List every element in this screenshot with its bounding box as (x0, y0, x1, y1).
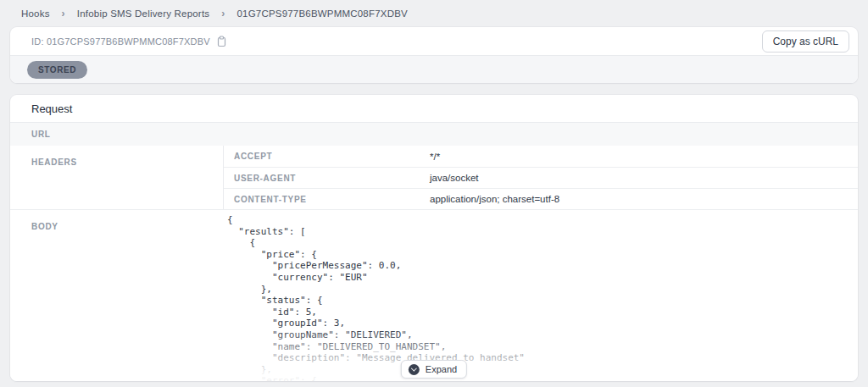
card-gap (0, 83, 868, 95)
headers-label: HEADERS (31, 158, 77, 167)
copy-as-curl-button[interactable]: Copy as cURL (762, 30, 849, 53)
request-card: Request URL HEADERS ACCEPT */* USER-AGEN… (10, 95, 858, 381)
copy-id-icon[interactable] (216, 36, 227, 47)
headers-label-col: HEADERS (10, 146, 223, 209)
request-headers-row: HEADERS ACCEPT */* USER-AGENT java/socke… (10, 146, 858, 209)
status-badge: STORED (27, 61, 87, 79)
url-label: URL (31, 130, 51, 139)
expand-body-button[interactable]: Expand (401, 360, 467, 379)
header-value: */* (430, 152, 440, 162)
chevron-right-icon: › (221, 7, 225, 19)
breadcrumb: Hooks › Infobip SMS Delivery Reports › 0… (0, 0, 868, 27)
request-title-row: Request (10, 95, 858, 123)
request-body-row: BODY { "results": [ { "price": { "priceP… (10, 209, 858, 381)
request-section-title: Request (31, 102, 72, 115)
body-label-col: BODY (10, 210, 227, 381)
request-body-json: { "results": [ { "price": { "pricePerMes… (227, 210, 858, 381)
event-status-row: STORED (10, 55, 858, 83)
request-url-row: URL (10, 123, 858, 146)
event-summary-card: ID: 01G7CPS977B6BWPMMC08F7XDBV Copy as c… (10, 27, 858, 83)
breadcrumb-item-connection[interactable]: Infobip SMS Delivery Reports (77, 8, 209, 19)
header-row-accept: ACCEPT */* (224, 146, 858, 167)
breadcrumb-item-event-id: 01G7CPS977B6BWPMMC08F7XDBV (236, 8, 407, 19)
expand-button-label: Expand (426, 364, 457, 374)
header-row-user-agent: USER-AGENT java/socket (224, 167, 858, 188)
breadcrumb-item-hooks[interactable]: Hooks (21, 8, 50, 19)
chevron-down-circle-icon (409, 364, 420, 375)
body-label: BODY (31, 222, 58, 231)
header-row-content-type: CONTENT-TYPE application/json; charset=u… (224, 188, 858, 209)
header-value: java/socket (430, 173, 479, 183)
chevron-right-icon: › (62, 7, 65, 19)
header-name: ACCEPT (224, 152, 430, 161)
headers-table: ACCEPT */* USER-AGENT java/socket CONTEN… (223, 146, 858, 209)
event-id-row: ID: 01G7CPS977B6BWPMMC08F7XDBV Copy as c… (10, 27, 858, 55)
header-name: USER-AGENT (224, 174, 430, 183)
header-name: CONTENT-TYPE (224, 195, 430, 204)
event-id-text: ID: 01G7CPS977B6BWPMMC08F7XDBV (31, 36, 210, 47)
header-value: application/json; charset=utf-8 (430, 194, 559, 204)
